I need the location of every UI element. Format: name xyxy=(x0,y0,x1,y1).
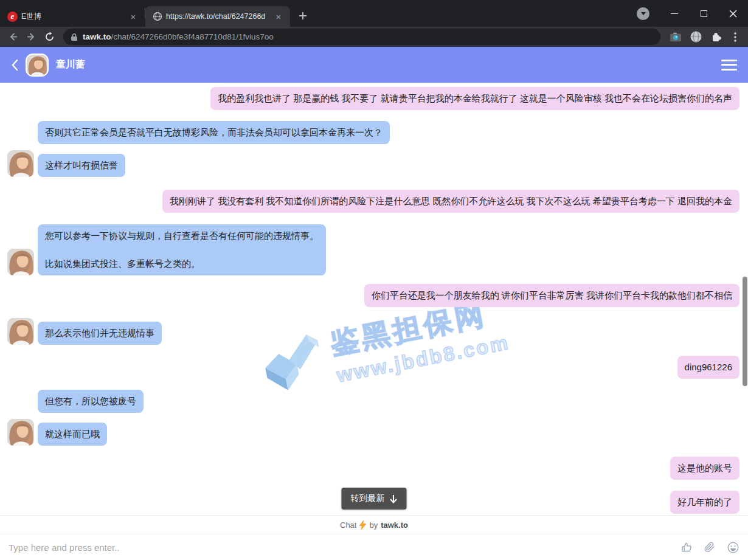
chat-message: 您可以参考一下协议与规则，自行查看是否有任何可能的违规情事。 比如说集团式投注、… xyxy=(0,224,748,275)
paperclip-icon xyxy=(704,541,716,554)
visitor-bubble: 这是他的账号 xyxy=(670,457,739,480)
maximize-button[interactable] xyxy=(694,4,713,22)
agent-bubble: 就这样而已哦 xyxy=(38,423,107,446)
address-bar[interactable]: tawk.to/chat/6247266d0bfe3f4a87710d81/1f… xyxy=(63,29,660,45)
message-input[interactable] xyxy=(9,542,670,553)
tab-esports[interactable]: e E世博 × xyxy=(0,6,145,27)
agent-avatar xyxy=(7,150,34,177)
reload-icon xyxy=(44,32,55,42)
agent-avatar xyxy=(26,54,49,77)
chat-header: 童川蔷 xyxy=(0,47,748,83)
agent-avatar xyxy=(7,249,34,275)
tab-title: E世博 xyxy=(21,12,124,22)
agent-avatar xyxy=(7,318,34,345)
back-button[interactable] xyxy=(5,29,21,45)
thumbs-up-button[interactable] xyxy=(680,541,693,554)
chat-message: 否则其它正常会员是否就平白无故博彩风险，而非法会员却可以拿回本金再来一次？ xyxy=(0,121,748,144)
composer xyxy=(0,534,748,560)
browser-tabstrip: e E世博 × https://tawk.to/chat/6247266d × xyxy=(0,0,748,27)
close-icon xyxy=(729,10,737,18)
globe-favicon-icon xyxy=(153,12,162,21)
agent-bubble: 您可以参考一下协议与规则，自行查看是否有任何可能的违规情事。 比如说集团式投注、… xyxy=(38,224,326,275)
jump-to-latest-label: 转到最新 xyxy=(351,493,385,504)
jump-to-latest-button[interactable]: 转到最新 xyxy=(342,488,407,510)
tab-title: https://tawk.to/chat/6247266d xyxy=(166,12,269,21)
screenshot-extension-icon[interactable] xyxy=(669,31,682,43)
chat-message: 我刚刚讲了 我没有套利 我不知道你们所谓的风险下注是什么意思 既然你们不允许这么… xyxy=(0,190,748,213)
minimize-icon xyxy=(671,13,678,14)
forward-button[interactable] xyxy=(23,29,39,45)
back-chevron-icon[interactable] xyxy=(11,59,18,71)
tab-close-icon[interactable]: × xyxy=(128,11,139,22)
agent-avatar xyxy=(7,419,34,446)
lock-icon xyxy=(71,33,78,41)
tab-close-icon[interactable]: × xyxy=(273,11,284,22)
new-tab-button[interactable] xyxy=(295,8,311,24)
browser-menu-icon[interactable] xyxy=(730,32,741,43)
attach-file-button[interactable] xyxy=(703,541,716,554)
chat-message: ding961226 xyxy=(0,356,748,379)
tab-tawk-chat[interactable]: https://tawk.to/chat/6247266d × xyxy=(145,6,290,27)
thumbs-up-icon xyxy=(680,541,693,554)
globe-extension-icon[interactable] xyxy=(690,30,702,43)
smiley-icon xyxy=(727,541,739,554)
chat-message: 那么表示他们并无违规情事 xyxy=(0,318,748,345)
url-host: tawk.to xyxy=(83,32,111,41)
arrow-down-icon xyxy=(390,494,398,503)
tab-search-button[interactable] xyxy=(637,7,649,20)
esports-favicon-icon: e xyxy=(7,12,18,22)
reload-button[interactable] xyxy=(41,29,57,45)
visitor-bubble: ding961226 xyxy=(677,356,739,379)
brand-chat-label: Chat xyxy=(340,520,356,530)
url-path: /chat/6247266d0bfe3f4a87710d81/1fvius7oo xyxy=(111,32,274,41)
agent-bubble: 否则其它正常会员是否就平白无故博彩风险，而非法会员却可以拿回本金再来一次？ xyxy=(38,121,390,144)
visitor-bubble: 我刚刚讲了 我没有套利 我不知道你们所谓的风险下注是什么意思 既然你们不允许这么… xyxy=(162,190,739,213)
visitor-bubble: 我的盈利我也讲了 那是赢的钱 我不要了 就请贵平台把我的本金给我就行了 这就是一… xyxy=(210,87,739,110)
chat-message: 这样才叫有损信誉 xyxy=(0,150,748,177)
close-window-button[interactable] xyxy=(724,4,742,22)
visitor-bubble: 你们平台还是我一个朋友给我的 讲你们平台非常厉害 我讲你们平台卡我的款他们都不相… xyxy=(364,284,739,307)
arrow-right-icon xyxy=(26,32,36,42)
chat-message: 这是他的账号 xyxy=(0,457,748,480)
maximize-icon xyxy=(701,10,707,17)
agent-bubble: 这样才叫有损信誉 xyxy=(38,154,125,177)
chat-viewport: 鉴黑担保网 www.jbdb8.com 我的盈利我也讲了 那是赢的钱 我不要了 … xyxy=(0,83,748,515)
agent-name: 童川蔷 xyxy=(56,58,714,71)
chevron-down-icon xyxy=(641,12,646,15)
arrow-left-icon xyxy=(8,32,18,42)
plus-icon xyxy=(299,12,307,20)
chat-message: 我的盈利我也讲了 那是赢的钱 我不要了 就请贵平台把我的本金给我就行了 这就是一… xyxy=(0,87,748,110)
brand-tawk-label[interactable]: tawk.to xyxy=(381,520,408,530)
chat-menu-icon[interactable] xyxy=(721,60,737,71)
message-list: 我的盈利我也讲了 那是赢的钱 我不要了 就请贵平台把我的本金给我就行了 这就是一… xyxy=(0,83,748,514)
bubble-line: 您可以参考一下协议与规则，自行查看是否有任何可能的违规情事。 xyxy=(45,230,319,241)
visitor-bubble: 好几年前的了 xyxy=(670,491,739,514)
chat-scrollbar[interactable] xyxy=(743,277,747,386)
agent-bubble: 但您有，所以您被废号 xyxy=(38,390,144,413)
agent-bubble: 那么表示他们并无违规情事 xyxy=(38,322,162,345)
bubble-line: 比如说集团式投注、多重帐号之类的。 xyxy=(45,258,319,269)
emoji-button[interactable] xyxy=(726,541,739,554)
extensions-puzzle-icon[interactable] xyxy=(710,30,722,43)
chat-message: 但您有，所以您被废号 xyxy=(0,390,748,413)
minimize-button[interactable] xyxy=(665,4,684,22)
brand-by-label: by xyxy=(369,520,378,530)
chat-message: 就这样而已哦 xyxy=(0,419,748,446)
browser-navbar: tawk.to/chat/6247266d0bfe3f4a87710d81/1f… xyxy=(0,27,748,47)
lightning-bolt-icon xyxy=(359,520,366,530)
tawk-brand-row: Chat by tawk.to xyxy=(0,515,748,534)
chat-message: 你们平台还是我一个朋友给我的 讲你们平台非常厉害 我讲你们平台卡我的款他们都不相… xyxy=(0,284,748,307)
